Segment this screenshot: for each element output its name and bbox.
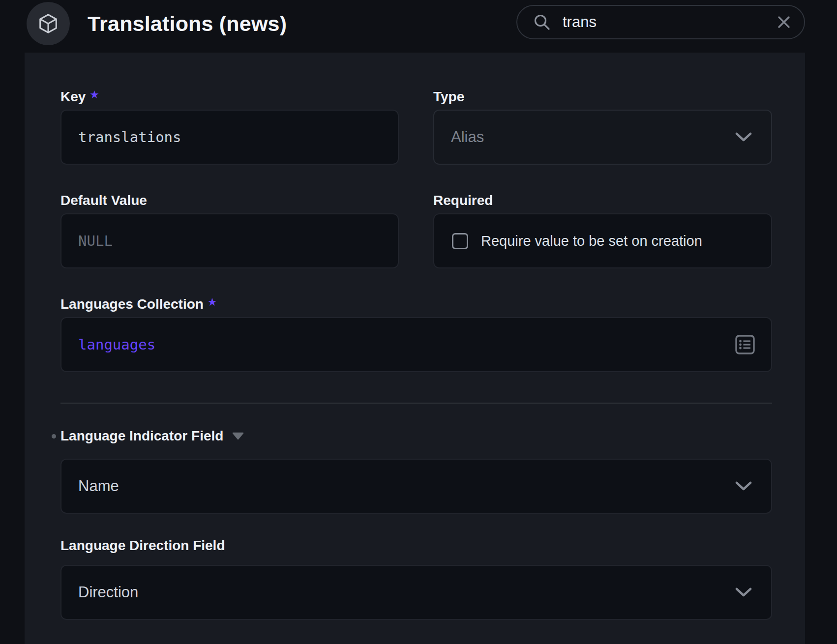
key-input-wrapper (60, 110, 399, 165)
chevron-down-icon (735, 481, 752, 492)
languages-collection-label: Languages Collection ★ (60, 296, 772, 313)
required-marker: ★ (208, 296, 216, 309)
languages-collection-input[interactable] (61, 318, 771, 371)
language-indicator-field-label: Language Indicator Field (60, 428, 223, 444)
required-checkbox[interactable] (452, 233, 468, 249)
language-indicator-field-header[interactable]: Language Indicator Field (60, 428, 772, 444)
required-marker: ★ (90, 88, 98, 101)
section-divider (60, 403, 772, 404)
language-direction-field-value: Direction (61, 584, 138, 601)
chevron-down-icon (735, 132, 752, 143)
key-input[interactable] (61, 111, 398, 164)
required-checkbox-row[interactable]: Require value to be set on creation (433, 213, 772, 268)
triangle-down-icon (232, 432, 244, 440)
field-type: Type Alias (433, 88, 772, 165)
clear-search-button[interactable] (776, 14, 792, 30)
field-languages-collection: Languages Collection ★ (60, 296, 772, 372)
type-select: Alias (433, 110, 772, 165)
type-label: Type (433, 88, 772, 105)
list-icon (735, 334, 755, 355)
search-icon (533, 13, 551, 31)
collection-icon-badge (27, 2, 70, 45)
edited-dot-indicator (52, 434, 56, 439)
required-checkbox-label: Require value to be set on creation (481, 233, 702, 249)
required-label: Required (433, 192, 772, 209)
select-collection-button[interactable] (735, 334, 755, 355)
chevron-down-icon (735, 587, 752, 598)
language-indicator-field-select[interactable]: Name (60, 459, 772, 514)
field-required: Required Require value to be set on crea… (433, 192, 772, 268)
cube-icon (37, 12, 60, 35)
languages-collection-input-wrapper (60, 317, 772, 372)
default-value-input[interactable] (61, 214, 398, 267)
language-direction-field-label: Language Direction Field (60, 537, 772, 554)
language-indicator-field-value: Name (61, 477, 119, 495)
language-direction-field-select[interactable]: Direction (60, 565, 772, 620)
search-bar[interactable] (516, 5, 805, 39)
field-key: Key ★ (60, 88, 399, 165)
drawer-header: Translations (news) (0, 0, 837, 53)
page-title: Translations (news) (88, 0, 287, 47)
close-icon (776, 14, 792, 30)
default-value-input-wrapper (60, 213, 399, 268)
key-label: Key ★ (60, 88, 399, 105)
search-input[interactable] (562, 13, 776, 31)
type-select-value: Alias (434, 128, 484, 146)
default-value-label: Default Value (60, 192, 399, 209)
field-default-value: Default Value (60, 192, 399, 268)
field-settings-panel: Key ★ Type Alias D (25, 53, 805, 644)
